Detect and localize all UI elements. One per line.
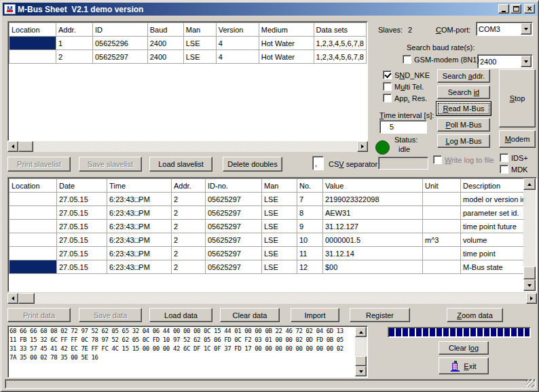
table-cell[interactable]: 2 [56, 50, 93, 64]
table-cell[interactable] [10, 220, 57, 233]
table-cell[interactable]: 6:23:43□PM [107, 193, 172, 206]
table-cell[interactable] [10, 247, 57, 260]
table-cell[interactable]: 7 [297, 193, 323, 206]
search-id-button[interactable]: Search id [437, 85, 490, 99]
table-cell[interactable]: LSE [262, 233, 297, 247]
table-cell[interactable]: 05625297 [206, 247, 262, 260]
table-cell[interactable]: Hot Water [259, 50, 314, 64]
table-cell[interactable]: 05625297 [206, 233, 262, 247]
table-cell[interactable] [423, 260, 461, 274]
table-cell[interactable]: 2400 [147, 50, 183, 64]
table-cell[interactable]: LSE [183, 37, 216, 50]
table-cell[interactable]: time point [461, 247, 529, 260]
table-cell[interactable]: 31.12.14 [323, 247, 423, 260]
zoom-data-button[interactable]: Zoom data [447, 308, 503, 322]
search-addr-button[interactable]: Search addr. [437, 69, 490, 83]
write-log-checkbox[interactable] [433, 155, 442, 164]
table-cell[interactable]: m^3 [423, 233, 461, 247]
import-button[interactable]: Import [291, 308, 339, 322]
table-cell[interactable]: 4 [216, 37, 259, 50]
scroll-right-icon[interactable] [357, 141, 368, 152]
table-cell[interactable] [423, 193, 461, 206]
table-cell[interactable]: 10 [297, 233, 323, 247]
table-cell[interactable] [10, 50, 56, 64]
table-cell[interactable] [423, 247, 461, 260]
table-cell[interactable]: 1,2,3,4,5,6,7,8 [314, 37, 366, 50]
table-cell[interactable]: 2400 [147, 37, 183, 50]
table-cell[interactable]: 27.05.15 [57, 206, 107, 220]
load-data-button[interactable]: Load data [149, 308, 212, 322]
table-row[interactable]: 2 05625297 2400 LSE 4 Hot Water 1,2,3,4,… [10, 50, 367, 64]
table-cell[interactable]: 05625297 [206, 260, 262, 274]
table-cell[interactable]: 05625297 [206, 193, 262, 206]
table-row[interactable]: 27.05.15 6:23:43□PM 2 05625297 LSE 9 31.… [10, 220, 529, 233]
table-cell[interactable]: Hot Water [259, 37, 314, 50]
table-cell[interactable]: 12 [297, 260, 323, 274]
log-mbus-button[interactable]: Log M-Bus [437, 134, 490, 148]
com-port-select[interactable]: COM3 [476, 22, 533, 36]
table-cell[interactable]: 27.05.15 [57, 233, 107, 247]
table-cell[interactable]: 2 [172, 233, 206, 247]
scrollbar-thumb[interactable] [355, 356, 367, 366]
multi-tel-checkbox[interactable] [383, 82, 392, 91]
table-cell[interactable]: 31.12.127 [323, 220, 423, 233]
table-row[interactable]: 27.05.15 6:23:43□PM 2 05625297 LSE 10 00… [10, 233, 529, 247]
table-cell[interactable]: $00 [323, 260, 423, 274]
slave-table-hscrollbar[interactable] [7, 141, 368, 152]
table-cell[interactable]: model or version id [461, 193, 529, 206]
register-button[interactable]: Register [350, 308, 410, 322]
table-cell-selected[interactable] [10, 37, 56, 50]
table-cell[interactable]: 2 [172, 193, 206, 206]
table-cell[interactable]: 05625296 [92, 37, 147, 50]
table-row[interactable]: 27.05.15 6:23:43□PM 2 05625297 LSE 8 AEW… [10, 206, 529, 220]
exit-button[interactable]: Exit [439, 357, 489, 374]
table-row[interactable]: 27.05.15 6:23:43□PM 2 05625297 LSE 7 219… [10, 193, 529, 206]
table-cell[interactable]: volume [461, 233, 529, 247]
poll-mbus-button[interactable]: Poll M-Bus [437, 118, 490, 132]
csv-separator-input[interactable]: , [312, 156, 324, 170]
scroll-up-icon[interactable] [355, 327, 367, 337]
table-cell[interactable]: M-Bus state [461, 260, 529, 274]
scrollbar-thumb[interactable] [18, 141, 33, 152]
table-cell[interactable] [423, 206, 461, 220]
table-cell[interactable]: 05625297 [206, 220, 262, 233]
table-cell[interactable]: 4 [216, 50, 259, 64]
scroll-up-icon[interactable] [523, 178, 536, 190]
scrollbar-thumb[interactable] [523, 267, 536, 279]
chevron-down-icon[interactable] [521, 56, 532, 67]
data-table-hscrollbar[interactable] [7, 293, 537, 304]
maximize-button[interactable] [510, 4, 521, 14]
table-cell[interactable]: 27.05.15 [57, 220, 107, 233]
table-cell[interactable]: AEW31 [323, 206, 423, 220]
table-cell[interactable]: 1 [56, 37, 93, 50]
table-cell[interactable]: 6:23:43□PM [107, 220, 172, 233]
clear-log-button[interactable]: Clear log [439, 341, 489, 355]
scroll-left-icon[interactable] [7, 141, 18, 152]
table-cell[interactable]: LSE [262, 247, 297, 260]
title-bar[interactable]: M M-Bus Sheet V2.1 demo version × [3, 3, 538, 16]
table-cell[interactable]: LSE [262, 193, 297, 206]
hex-log[interactable]: 68 66 66 68 08 02 72 97 52 62 05 65 32 0… [7, 326, 368, 378]
load-slavelist-button[interactable]: Load slavelist [149, 157, 212, 172]
scroll-left-icon[interactable] [7, 293, 18, 304]
snd-nke-checkbox[interactable] [383, 71, 392, 79]
delete-doubles-button[interactable]: Delete doubles [223, 157, 282, 172]
scrollbar-thumb[interactable] [18, 293, 35, 304]
table-row[interactable]: 1 05625296 2400 LSE 4 Hot Water 1,2,3,4,… [10, 37, 367, 50]
resize-grip[interactable] [526, 379, 534, 387]
mdk-checkbox[interactable] [500, 165, 508, 174]
hex-log-vscrollbar[interactable] [355, 327, 367, 376]
table-cell[interactable]: time point future [461, 220, 529, 233]
table-cell[interactable]: 05625297 [206, 206, 262, 220]
table-cell[interactable]: 6:23:43□PM [107, 206, 172, 220]
gsm-modem-checkbox[interactable] [403, 55, 411, 64]
read-mbus-button[interactable]: Read M-Bus [436, 101, 491, 116]
table-cell[interactable]: 05625297 [92, 50, 147, 64]
table-cell[interactable]: 8 [297, 206, 323, 220]
table-cell[interactable]: 6:23:43□PM [107, 247, 172, 260]
data-table-vscrollbar[interactable] [523, 178, 536, 291]
table-cell[interactable]: 2 [172, 220, 206, 233]
table-cell[interactable]: 1,2,3,4,5,6,7,8 [314, 50, 366, 64]
table-cell[interactable] [10, 193, 57, 206]
print-slavelist-button[interactable]: Print slavelist [7, 157, 71, 172]
